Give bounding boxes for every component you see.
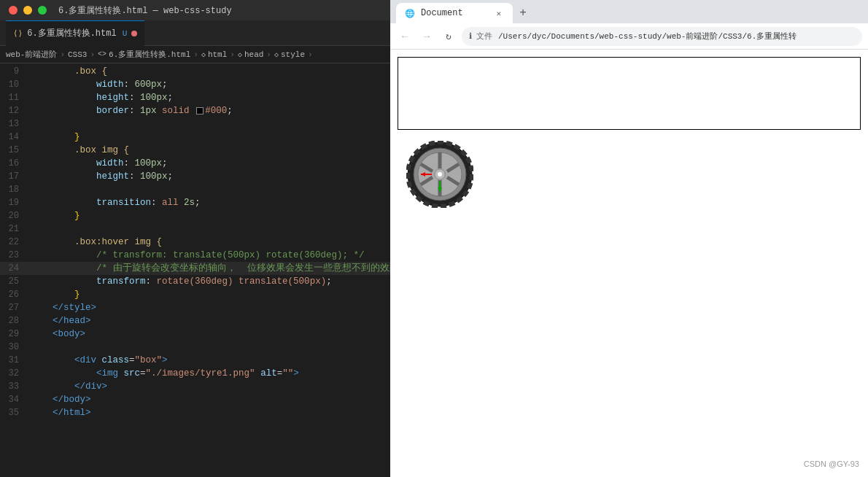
line-number: 15 bbox=[0, 144, 28, 157]
line-content: .box { bbox=[28, 65, 390, 78]
line-content bbox=[28, 183, 390, 196]
code-line: 11 height: 100px; bbox=[0, 91, 390, 104]
line-content: <body> bbox=[28, 327, 390, 341]
line-content: </style> bbox=[28, 301, 390, 314]
code-line: 26 } bbox=[0, 288, 390, 301]
breadcrumb-head: ◇ head bbox=[238, 50, 263, 59]
line-number: 23 bbox=[0, 249, 28, 262]
code-line: 12 border: 1px solid #000; bbox=[0, 104, 390, 117]
line-number: 30 bbox=[0, 341, 28, 354]
browser-tab-bar: 🌐 Document ✕ + bbox=[390, 0, 868, 23]
code-line: 21 bbox=[0, 222, 390, 236]
new-tab-button[interactable]: + bbox=[513, 3, 533, 23]
line-content bbox=[28, 222, 390, 236]
code-line: 23 /* transform: translate(500px) rotate… bbox=[0, 249, 390, 262]
code-line: 29 <body> bbox=[0, 327, 390, 341]
wheel-svg bbox=[406, 141, 473, 208]
breadcrumb-web: web-前端进阶 bbox=[6, 49, 57, 60]
line-content bbox=[28, 341, 390, 354]
breadcrumb-sep2: › bbox=[90, 50, 95, 59]
browser-tab-label: Document bbox=[421, 8, 463, 18]
line-content: height: 100px; bbox=[28, 170, 390, 183]
code-line-active: 24 /* 由于旋转会改变坐标的轴向， 位移效果会发生一些意想不到的效果 bbox=[0, 262, 390, 275]
code-line: 10 width: 600px; bbox=[0, 78, 390, 91]
line-number: 18 bbox=[0, 183, 28, 196]
editor-panel: 6.多重属性转换.html — web-css-study ⟨⟩ 6.多重属性转… bbox=[0, 0, 390, 477]
line-content: </html> bbox=[28, 406, 390, 419]
line-number: 26 bbox=[0, 288, 28, 301]
close-button[interactable] bbox=[9, 6, 18, 15]
breadcrumb-bar: web-前端进阶 › CSS3 › <> 6.多重属性转换.html › ◇ h… bbox=[0, 46, 390, 63]
wheel-image-container bbox=[406, 141, 473, 212]
code-line: 13 bbox=[0, 117, 390, 131]
line-number: 29 bbox=[0, 327, 28, 341]
line-number: 32 bbox=[0, 367, 28, 380]
line-content: </div> bbox=[28, 380, 390, 393]
code-line: 19 transition: all 2s; bbox=[0, 196, 390, 209]
line-content: width: 600px; bbox=[28, 78, 390, 91]
line-number: 33 bbox=[0, 380, 28, 393]
tab-modified-dot bbox=[131, 31, 137, 36]
back-button[interactable]: ← bbox=[396, 28, 414, 45]
code-line: 16 width: 100px; bbox=[0, 157, 390, 170]
line-content: } bbox=[28, 288, 390, 301]
line-number: 24 bbox=[0, 262, 28, 275]
line-content: /* transform: translate(500px) rotate(36… bbox=[28, 249, 390, 262]
csdn-watermark: CSDN @GY-93 bbox=[804, 459, 859, 468]
editor-tab[interactable]: ⟨⟩ 6.多重属性转换.html U bbox=[6, 20, 144, 46]
address-bar-row: ← → ↻ ℹ 文件 /Users/dyc/Documents/web-css-… bbox=[390, 23, 868, 50]
browser-panel: 🌐 Document ✕ + ← → ↻ ℹ 文件 /Users/dyc/Doc… bbox=[390, 0, 868, 477]
editor-tabbar: ⟨⟩ 6.多重属性转换.html U bbox=[0, 20, 390, 46]
line-content: .box img { bbox=[28, 144, 390, 157]
code-area: 9 .box { 10 width: 600px; 11 height: 100… bbox=[0, 63, 390, 477]
line-number: 34 bbox=[0, 393, 28, 406]
minimize-button[interactable] bbox=[23, 6, 32, 15]
line-number: 28 bbox=[0, 314, 28, 327]
code-line: 27 </style> bbox=[0, 301, 390, 314]
refresh-button[interactable]: ↻ bbox=[440, 28, 457, 45]
tab-file-icon: ⟨⟩ bbox=[13, 28, 23, 38]
info-icon: ℹ bbox=[469, 31, 472, 41]
code-line: 33 </div> bbox=[0, 380, 390, 393]
breadcrumb-sep4: › bbox=[230, 50, 235, 59]
line-content: .box:hover img { bbox=[28, 236, 390, 249]
line-content: <img src="./images/tyre1.png" alt=""> bbox=[28, 367, 390, 380]
code-line: 17 height: 100px; bbox=[0, 170, 390, 183]
line-content: } bbox=[28, 131, 390, 144]
line-number: 13 bbox=[0, 117, 28, 131]
code-line: 28 </head> bbox=[0, 314, 390, 327]
line-number: 31 bbox=[0, 354, 28, 367]
html-tag-icon: ◇ bbox=[201, 50, 206, 59]
address-field[interactable]: ℹ 文件 /Users/dyc/Documents/web-css-study/… bbox=[462, 27, 862, 46]
tab-label: 6.多重属性转换.html bbox=[27, 27, 116, 39]
browser-tab[interactable]: 🌐 Document ✕ bbox=[396, 3, 513, 23]
forward-button[interactable]: → bbox=[418, 28, 435, 45]
code-line: 14 } bbox=[0, 131, 390, 144]
preview-box bbox=[398, 57, 861, 130]
svg-point-16 bbox=[438, 172, 442, 177]
line-content: border: 1px solid #000; bbox=[28, 104, 390, 117]
breadcrumb-css3: CSS3 bbox=[68, 50, 87, 59]
code-line: 30 bbox=[0, 341, 390, 354]
line-number: 14 bbox=[0, 131, 28, 144]
head-tag-icon: ◇ bbox=[238, 50, 242, 59]
maximize-button[interactable] bbox=[38, 6, 47, 15]
browser-tab-favicon: 🌐 bbox=[405, 9, 415, 18]
app-title: 6.多重属性转换.html — web-css-study bbox=[58, 4, 232, 17]
line-content: </head> bbox=[28, 314, 390, 327]
line-content: transform: rotate(360deg) translate(500p… bbox=[28, 275, 390, 288]
line-content: transition: all 2s; bbox=[28, 196, 390, 209]
line-content: /* 由于旋转会改变坐标的轴向， 位移效果会发生一些意想不到的效果 bbox=[28, 262, 390, 275]
breadcrumb-file: <> 6.多重属性转换.html bbox=[98, 49, 190, 60]
style-tag-icon: ◇ bbox=[274, 50, 279, 59]
code-line: 22 .box:hover img { bbox=[0, 236, 390, 249]
breadcrumb-filename: 6.多重属性转换.html bbox=[109, 49, 190, 60]
line-content: width: 100px; bbox=[28, 157, 390, 170]
line-number: 10 bbox=[0, 78, 28, 91]
breadcrumb-style: ◇ style bbox=[274, 50, 305, 59]
browser-tab-close-button[interactable]: ✕ bbox=[496, 9, 501, 18]
line-number: 19 bbox=[0, 196, 28, 209]
line-number: 16 bbox=[0, 157, 28, 170]
line-content: } bbox=[28, 209, 390, 222]
code-lines: 9 .box { 10 width: 600px; 11 height: 100… bbox=[0, 63, 390, 477]
